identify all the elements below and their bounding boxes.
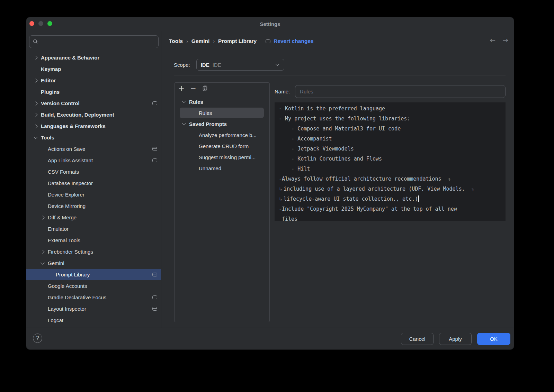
prompt-group-rules[interactable]: Rules — [175, 96, 269, 107]
chevron-spacer — [40, 318, 45, 323]
scope-dropdown[interactable]: IDE IDE — [196, 59, 284, 71]
chevron-right-icon[interactable] — [40, 215, 45, 220]
sidebar-item-database-inspector[interactable]: Database Inspector — [26, 177, 161, 189]
sidebar-item-label: Build, Execution, Deployment — [41, 112, 114, 118]
sidebar-item-external-tools[interactable]: External Tools — [26, 235, 161, 246]
sidebar-item-device-explorer[interactable]: Device Explorer — [26, 189, 161, 200]
editor-line-text: files — [279, 216, 297, 221]
sidebar-item-label: Diff & Merge — [48, 215, 77, 220]
prompt-item-unnamed[interactable]: Unnamed — [175, 163, 269, 174]
sidebar-item-actions-on-save[interactable]: Actions on Save — [26, 143, 161, 155]
help-button[interactable]: ? — [33, 334, 42, 343]
prompt-name-input[interactable]: Rules — [295, 85, 506, 98]
sidebar-item-tools[interactable]: Tools — [26, 132, 161, 143]
chevron-right-icon[interactable] — [33, 124, 38, 129]
sidebar-item-label: Appearance & Behavior — [41, 55, 99, 61]
settings-window: Settings Appearance & BehaviorKeymapEdit… — [26, 17, 514, 349]
chevron-right-icon[interactable] — [40, 249, 45, 254]
editor-line: -Include "Copyright 2025 MyCompany" at t… — [279, 204, 501, 214]
modified-indicator-icon — [152, 307, 157, 311]
sidebar-item-languages-frameworks[interactable]: Languages & Frameworks — [26, 120, 161, 132]
scope-value: IDE — [213, 62, 221, 68]
chevron-down-icon[interactable] — [33, 135, 38, 140]
search-input[interactable] — [40, 39, 155, 45]
sidebar-item-firebender-settings[interactable]: Firebender Settings — [26, 246, 161, 257]
sidebar-item-layout-inspector[interactable]: Layout Inspector — [26, 303, 161, 314]
add-prompt-button[interactable]: + — [178, 85, 185, 92]
sidebar-item-label: Google Accounts — [48, 283, 87, 289]
sidebar-item-logcat[interactable]: Logcat — [26, 314, 161, 326]
settings-search-box[interactable] — [29, 35, 159, 48]
sidebar-item-label: Actions on Save — [48, 146, 85, 152]
sidebar-item-device-mirroring[interactable]: Device Mirroring — [26, 200, 161, 212]
sidebar-item-gemini[interactable]: Gemini — [26, 257, 161, 269]
apply-button[interactable]: Apply — [439, 333, 472, 345]
titlebar: Settings — [26, 17, 514, 31]
sidebar-item-label: Device Explorer — [48, 192, 84, 198]
remove-prompt-button[interactable]: − — [190, 85, 197, 92]
sidebar-item-label: Tools — [41, 135, 54, 140]
minimize-window-button[interactable] — [38, 21, 43, 26]
prompt-item-suggest-missing-permi[interactable]: Suggest missing permi... — [175, 152, 269, 163]
sidebar-item-appearance-behavior[interactable]: Appearance & Behavior — [26, 52, 161, 63]
prompt-tree-toolbar: + − — [175, 83, 269, 94]
breadcrumb-prompt-library[interactable]: Prompt Library — [218, 38, 257, 44]
sidebar-item-csv-formats[interactable]: CSV Formats — [26, 166, 161, 177]
sidebar-item-plugins[interactable]: Plugins — [26, 86, 161, 98]
chevron-right-icon[interactable] — [33, 101, 38, 106]
sidebar-item-prompt-library[interactable]: Prompt Library — [26, 269, 161, 280]
chevron-right-icon[interactable] — [33, 78, 38, 83]
editor-line-text: - Hilt — [279, 166, 310, 172]
ok-button[interactable]: OK — [477, 333, 510, 345]
prompt-name-value: Rules — [300, 89, 313, 94]
sidebar-item-emulator[interactable]: Emulator — [26, 223, 161, 235]
chevron-down-icon — [275, 62, 280, 67]
sidebar-item-diff-merge[interactable]: Diff & Merge — [26, 212, 161, 223]
editor-line: - Hilt — [279, 164, 501, 174]
sidebar-item-google-accounts[interactable]: Google Accounts — [26, 280, 161, 292]
scope-row: Scope: IDE IDE — [174, 59, 284, 71]
sidebar-item-label: Firebender Settings — [48, 249, 93, 255]
cancel-button[interactable]: Cancel — [401, 333, 434, 345]
prompt-group-label: Rules — [189, 99, 203, 105]
chevron-right-icon[interactable] — [33, 112, 38, 117]
modified-indicator-icon — [152, 273, 157, 276]
prompt-text-editor[interactable]: - Kotlin is the preferred language- My p… — [275, 102, 506, 221]
breadcrumb-tools[interactable]: Tools — [169, 38, 183, 44]
prompt-item-label: Rules — [199, 110, 212, 116]
sidebar-item-app-links-assistant[interactable]: App Links Assistant — [26, 155, 161, 166]
back-arrow-icon[interactable]: ← — [490, 36, 495, 44]
prompt-item-rules[interactable]: Rules — [180, 108, 264, 118]
copy-prompt-button[interactable] — [202, 85, 208, 92]
sidebar-item-label: Emulator — [48, 226, 69, 232]
prompt-item-label: Unnamed — [199, 165, 221, 171]
chevron-right-icon[interactable] — [33, 55, 38, 60]
soft-wrap-start-icon: ↳ — [279, 197, 283, 202]
forward-arrow-icon[interactable]: → — [502, 36, 508, 44]
prompt-item-analyze-performance-b[interactable]: Analyze performance b... — [175, 129, 269, 140]
close-window-button[interactable] — [29, 21, 34, 26]
prompt-group-saved-prompts[interactable]: Saved Prompts — [175, 118, 269, 129]
breadcrumb-gemini[interactable]: Gemini — [191, 38, 210, 44]
zoom-window-button[interactable] — [47, 21, 52, 26]
sidebar-item-keymap[interactable]: Keymap — [26, 63, 161, 75]
text-cursor — [418, 195, 419, 202]
editor-line: - Jetpack Viewmodels — [279, 144, 501, 154]
prompt-item-label: Suggest missing permi... — [199, 154, 256, 160]
editor-line: - My project uses the following librarie… — [279, 114, 501, 124]
chevron-down-icon[interactable] — [181, 99, 186, 104]
sidebar-item-editor[interactable]: Editor — [26, 75, 161, 86]
sidebar-item-build-execution-deployment[interactable]: Build, Execution, Deployment — [26, 109, 161, 120]
chevron-spacer — [33, 90, 38, 94]
modified-indicator-icon — [266, 39, 270, 43]
chevron-down-icon[interactable] — [40, 261, 45, 266]
chevron-down-icon[interactable] — [181, 121, 186, 126]
sidebar-item-label: Version Control — [41, 100, 80, 106]
editor-line-text: lifecycle-aware UI state collection., et… — [284, 196, 418, 202]
section-divider — [174, 75, 506, 75]
sidebar-item-version-control[interactable]: Version Control — [26, 98, 161, 109]
sidebar-item-gradle-declarative-focus[interactable]: Gradle Declarative Focus — [26, 292, 161, 303]
editor-line: ↳including use of a layered architecture… — [279, 184, 501, 194]
revert-changes-link[interactable]: Revert changes — [274, 38, 313, 44]
prompt-item-generate-crud-form[interactable]: Generate CRUD form — [175, 140, 269, 152]
